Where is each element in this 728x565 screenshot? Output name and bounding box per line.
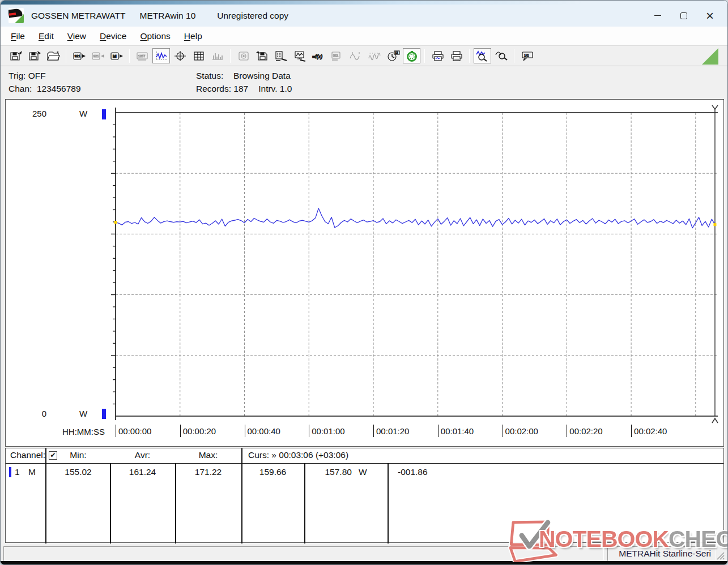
read-from-device-icon[interactable]	[70, 48, 88, 63]
title-product-name: METRAwin 10	[139, 11, 195, 21]
device-setup-icon	[328, 48, 346, 63]
chart-panel: 250 W 0 W HH:MM:SS 00:00:0000:00:2000:00…	[5, 99, 724, 447]
chart-view-icon[interactable]	[152, 48, 170, 63]
channel-setup-icon[interactable]	[272, 48, 290, 63]
save-configuration-icon[interactable]	[253, 48, 271, 63]
table-header-row: Channel: ✔ Min: Avr: Max: Curs: » 00:03:…	[6, 448, 723, 464]
window-accent-strip	[1, 1, 727, 5]
notebookcheck-watermark: NOTEBOOKCHECK	[506, 517, 728, 562]
export-data-icon	[235, 48, 252, 63]
chan-label: Chan:	[8, 84, 32, 94]
value-cursor-start: 159.66	[241, 467, 304, 477]
formula-icon[interactable]	[309, 48, 327, 63]
table-divider	[388, 464, 389, 543]
print-icon[interactable]	[448, 48, 465, 63]
save-data-as-icon[interactable]	[25, 48, 43, 63]
trig-value: OFF	[28, 71, 46, 80]
toolbar-separator	[129, 49, 130, 63]
y-axis-min-label: 0	[23, 409, 46, 418]
trig-label: Trig:	[8, 71, 25, 81]
records-label: Records:	[196, 84, 231, 93]
value-max: 171.22	[175, 467, 241, 477]
table-view-icon[interactable]	[190, 48, 207, 63]
cursor-marker-top[interactable]	[712, 105, 718, 109]
x-axis-labels: HH:MM:SS 00:00:0000:00:2000:00:4000:01:0…	[6, 425, 723, 439]
value-unit: W	[359, 467, 367, 477]
annotation-icon[interactable]	[518, 48, 536, 63]
y-axis-max-label: 250	[23, 109, 46, 118]
interval-value: 1.0	[280, 84, 292, 93]
records-value: 187	[233, 84, 248, 93]
display-setup-icon[interactable]	[291, 48, 308, 63]
read-device-memory-icon[interactable]	[108, 48, 125, 63]
power-trace-line	[116, 208, 715, 228]
minimize-icon	[654, 15, 661, 16]
interval-timer-icon[interactable]	[403, 48, 420, 63]
watermark-text-primary: NOTEBOOK	[539, 526, 669, 552]
curve-overlay-icon	[347, 48, 364, 63]
zoom-horizontal-icon[interactable]	[474, 48, 491, 63]
print-preview-icon[interactable]	[429, 48, 446, 63]
send-to-device-icon	[89, 48, 107, 63]
toolbar-corner-triangle	[702, 48, 718, 65]
chan-value: 123456789	[37, 84, 81, 93]
watermark-text-secondary: CHECK	[669, 526, 728, 552]
value-cursor-end: 157.80W	[304, 467, 388, 477]
menu-item-view[interactable]: View	[61, 28, 93, 44]
title-license-status: Unregistered copy	[217, 11, 288, 21]
value-min: 155.02	[46, 467, 110, 477]
title-bar[interactable]: GOSSEN METRAWATT METRAwin 10 Unregistere…	[1, 5, 727, 27]
channel-number: 1	[15, 467, 20, 477]
toolbar-separator	[514, 49, 514, 63]
menu-item-edit[interactable]: Edit	[32, 28, 61, 44]
x-axis-tick-00:02:20: 00:02:20	[567, 425, 602, 437]
app-logo-icon	[8, 8, 24, 23]
menu-item-device[interactable]: Device	[93, 28, 133, 44]
y-axis-unit-bottom: W	[79, 409, 87, 418]
x-axis-tick-00:00:20: 00:00:20	[180, 425, 216, 437]
histogram-view-icon	[208, 48, 226, 63]
channel-range-marker-top	[102, 109, 106, 119]
x-axis-tick-00:01:00: 00:01:00	[309, 425, 344, 437]
value-delta: -001.86	[398, 467, 428, 477]
x-axis-tick-00:02:40: 00:02:40	[631, 425, 667, 437]
table-divider	[241, 448, 242, 543]
status-label: Status:	[196, 71, 233, 81]
y-axis-unit-top: W	[79, 109, 87, 118]
xy-view-icon[interactable]	[171, 48, 189, 63]
online-display-icon	[134, 48, 151, 63]
channel-range-marker-bottom	[102, 409, 106, 419]
minimize-button[interactable]	[645, 6, 671, 25]
close-icon: ×	[706, 9, 714, 23]
header-avr: Avr:	[110, 450, 175, 460]
menu-item-options[interactable]: Options	[133, 28, 177, 44]
status-value: Browsing Data	[233, 71, 291, 80]
header-min: Min:	[46, 450, 110, 460]
open-file-icon[interactable]	[44, 48, 62, 63]
menu-item-help[interactable]: Help	[177, 28, 209, 44]
title-app-name: GOSSEN METRAWATT	[31, 11, 125, 21]
curve-compress-icon	[365, 48, 383, 63]
x-axis-tick-00:01:40: 00:01:40	[438, 425, 474, 437]
toolbar-separator	[469, 49, 470, 63]
header-channel: Channel:	[9, 450, 45, 460]
cursor-marker-bottom[interactable]	[712, 418, 718, 423]
maximize-icon	[680, 12, 687, 19]
cursor-intersection-dot	[114, 221, 117, 224]
x-axis-tick-00:02:00: 00:02:00	[503, 425, 538, 437]
close-button[interactable]: ×	[697, 6, 723, 25]
header-cursor: Curs: » 00:03:06 (+03:06)	[245, 450, 348, 460]
toolbar-separator	[230, 49, 231, 63]
toolbar-separator	[66, 49, 66, 63]
header-max: Max:	[175, 450, 241, 460]
menu-item-file[interactable]: File	[4, 28, 32, 44]
chart-plot-svg[interactable]	[111, 103, 725, 426]
status-panel: Trig: OFF Chan: 123456789 Status:Browsin…	[1, 67, 727, 99]
maximize-button[interactable]	[671, 6, 697, 25]
time-setup-icon[interactable]	[384, 48, 402, 63]
save-data-icon[interactable]	[7, 48, 24, 63]
cursor-intersection-dot	[713, 223, 716, 226]
x-axis-tick-00:00:00: 00:00:00	[116, 425, 151, 437]
zoom-vertical-icon[interactable]	[492, 48, 510, 63]
menu-bar: FileEditViewDeviceOptionsHelp	[1, 27, 727, 45]
